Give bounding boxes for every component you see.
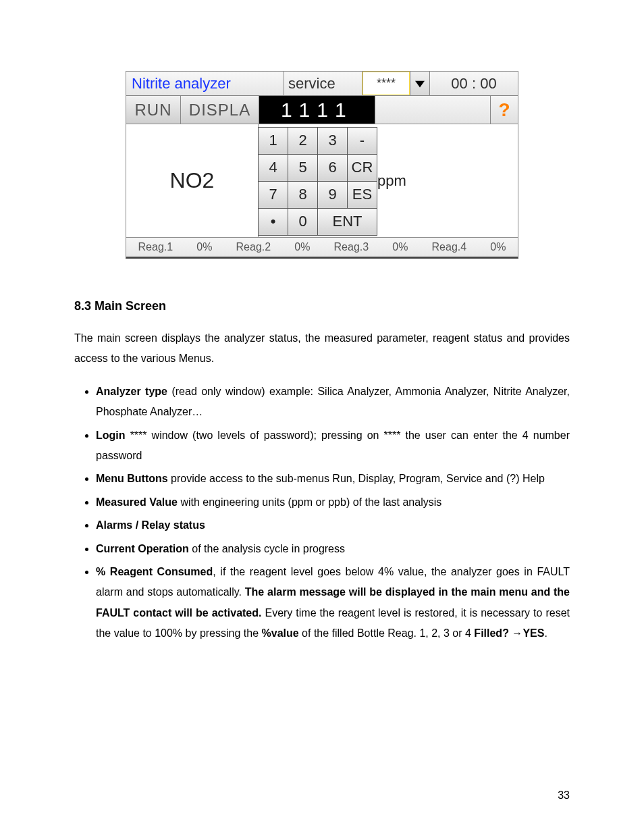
keypad-key-8[interactable]: 8 [288,181,318,209]
password-field[interactable]: **** [363,72,410,96]
run-button[interactable]: RUN [126,96,181,124]
keypad-key-1[interactable]: 1 [258,127,288,155]
bullet-measured-value: Measured Value with engineering units (p… [96,492,570,513]
section-intro: The main screen displays the analyzer st… [74,328,570,369]
keypad-key-es[interactable]: ES [347,181,377,209]
measured-unit: ppm [377,124,518,238]
bullet-bold: Login [96,429,126,441]
feature-list: Analyzer type (read only window) example… [74,382,570,644]
reagent-4-label: Reag.4 [432,241,467,253]
reagent-4-value: 0% [490,241,506,253]
reagent-3-value: 0% [392,241,408,253]
chevron-down-icon [415,79,425,88]
menu-row-spacer [375,96,491,124]
reagent-4-status[interactable]: Reag.4 0% [420,238,518,257]
reagent-3-status[interactable]: Reag.3 0% [322,238,420,257]
document-page: Nitrite analyzer service **** 00 : 00 RU… [0,0,644,834]
keypad-key-2[interactable]: 2 [288,127,318,155]
reagent-status-row: Reag.1 0% Reag.2 0% Reag.3 0% Reag.4 0% [126,238,518,257]
keypad-key-7[interactable]: 7 [258,181,288,209]
keypad-key-4[interactable]: 4 [258,154,288,182]
keypad: 1 2 3 - 4 5 6 CR 7 8 9 ES • 0 ENT [259,124,377,238]
bullet-analyzer-type: Analyzer type (read only window) example… [96,382,570,423]
keypad-key-cr[interactable]: CR [347,154,377,182]
keypad-key-6[interactable]: 6 [317,154,348,182]
analyzer-screen: Nitrite analyzer service **** 00 : 00 RU… [126,71,518,259]
numeric-entry-display: 1111 [259,96,375,124]
bullet-text: (read only window) example: Silica Analy… [96,386,570,417]
reagent-1-value: 0% [196,241,212,253]
bullet-text: of the filled Bottle Reag. 1, 2, 3 or 4 [299,627,475,639]
measured-parameter: NO2 [126,124,259,238]
analyzer-menu-row: RUN DISPLA 1111 ? [126,96,518,124]
bullet-alarms: Alarms / Relay status [96,515,570,536]
bullet-text: with engineering units (ppm or ppb) of t… [178,496,441,508]
bullet-bold: Current Operation [96,543,189,554]
keypad-key-ent[interactable]: ENT [317,208,377,236]
keypad-key-3[interactable]: 3 [317,127,348,155]
bullet-login: Login **** window (two levels of passwor… [96,425,570,467]
svg-marker-0 [415,80,425,87]
bullet-bold: Analyzer type [96,386,167,397]
bullet-bold: Filled? [474,627,509,639]
analyzer-type-label: Nitrite analyzer [126,72,284,96]
keypad-key-5[interactable]: 5 [288,154,318,182]
mode-label: service [284,72,363,96]
reagent-1-label: Reag.1 [138,241,173,253]
analyzer-main-row: NO2 1 2 3 - 4 5 6 CR 7 8 9 ES • 0 [126,124,518,238]
keypad-key-dot[interactable]: • [258,208,288,236]
bullet-text: **** window (two levels of password); pr… [96,429,570,461]
bullet-text: of the analysis cycle in progress [189,543,345,554]
reagent-2-label: Reag.2 [236,241,271,253]
reagent-1-status[interactable]: Reag.1 0% [126,238,224,257]
bullet-bold: Alarms / Relay status [96,519,205,531]
help-button[interactable]: ? [490,96,518,124]
bullet-bold: %value [262,627,299,639]
bullet-bold: Menu Buttons [96,473,168,484]
bullet-bold: YES [522,627,544,639]
keypad-key-minus[interactable]: - [347,127,377,155]
bullet-reagent-consumed: % Reagent Consumed, if the reagent level… [96,562,570,644]
reagent-2-value: 0% [294,241,310,253]
bullet-bold: % Reagent Consumed [96,566,213,577]
display-button[interactable]: DISPLA [181,96,259,124]
bullet-text: provide access to the sub-menus Run, Dis… [168,473,545,484]
page-number: 33 [558,789,570,802]
bullet-bold: Measured Value [96,496,178,508]
clock-display: 00 : 00 [430,72,518,96]
reagent-3-label: Reag.3 [334,241,369,253]
bullet-text: . [544,627,547,639]
keypad-key-0[interactable]: 0 [288,208,318,236]
analyzer-top-bar: Nitrite analyzer service **** 00 : 00 [126,72,518,96]
section-heading: 8.3 Main Screen [74,299,570,313]
bullet-menu-buttons: Menu Buttons provide access to the sub-m… [96,469,570,489]
bullet-current-operation: Current Operation of the analysis cycle … [96,539,570,559]
password-dropdown-button[interactable] [410,72,430,96]
bullet-text: → [509,627,522,639]
keypad-key-9[interactable]: 9 [317,181,348,209]
reagent-2-status[interactable]: Reag.2 0% [224,238,322,257]
